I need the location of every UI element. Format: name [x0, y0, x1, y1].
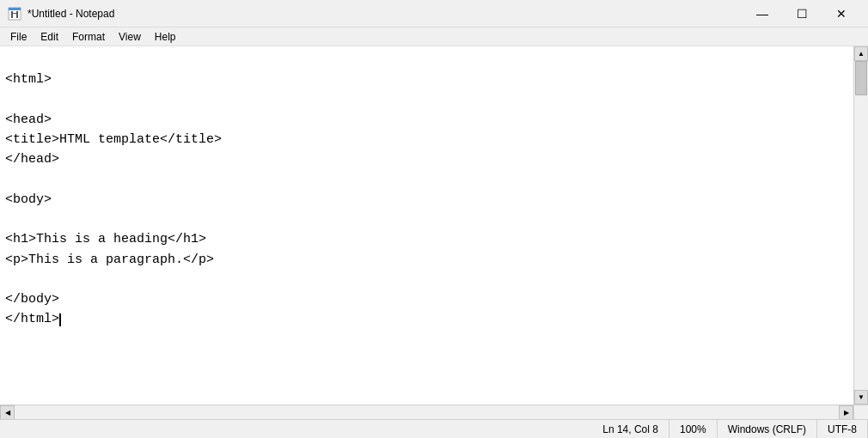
scroll-down-arrow[interactable]: ▼: [854, 390, 868, 405]
close-button[interactable]: ✕: [822, 0, 861, 27]
title-bar: *Untitled - Notepad — ☐ ✕: [0, 0, 868, 27]
scrollbar-corner: [853, 405, 868, 420]
encoding: UTF-8: [817, 420, 868, 438]
minimize-button[interactable]: —: [743, 0, 782, 27]
line-ending: Windows (CRLF): [718, 420, 817, 438]
menu-format[interactable]: Format: [65, 27, 112, 46]
menu-view[interactable]: View: [112, 27, 148, 46]
svg-rect-2: [11, 11, 13, 18]
maximize-button[interactable]: ☐: [782, 0, 822, 27]
scroll-right-arrow[interactable]: ▶: [839, 405, 853, 420]
scroll-up-arrow[interactable]: ▲: [854, 46, 868, 61]
scroll-thumb-vertical[interactable]: [855, 61, 867, 95]
text-editor[interactable]: <html> <head> <title>HTML template</titl…: [0, 46, 853, 405]
menu-file[interactable]: File: [3, 27, 34, 46]
scroll-track-vertical[interactable]: [854, 61, 868, 390]
menu-help[interactable]: Help: [148, 27, 183, 46]
menu-bar: File Edit Format View Help: [0, 27, 868, 46]
vertical-scrollbar[interactable]: ▲ ▼: [853, 46, 868, 405]
window-title: *Untitled - Notepad: [28, 8, 743, 20]
svg-rect-1: [9, 8, 21, 10]
status-bar: Ln 14, Col 8 100% Windows (CRLF) UTF-8: [0, 419, 868, 438]
svg-rect-3: [11, 13, 16, 14]
scroll-track-horizontal[interactable]: [15, 405, 839, 419]
svg-rect-4: [16, 11, 18, 18]
zoom-level: 100%: [669, 420, 718, 438]
window-controls: — ☐ ✕: [743, 0, 861, 27]
editor-container: <html> <head> <title>HTML template</titl…: [0, 46, 868, 405]
scroll-left-arrow[interactable]: ◀: [0, 405, 15, 420]
app-icon: [7, 6, 22, 21]
text-cursor: [59, 313, 61, 326]
horizontal-scrollbar-container: ◀ ▶: [0, 405, 868, 419]
menu-edit[interactable]: Edit: [34, 27, 65, 46]
cursor-position: Ln 14, Col 8: [592, 420, 669, 438]
